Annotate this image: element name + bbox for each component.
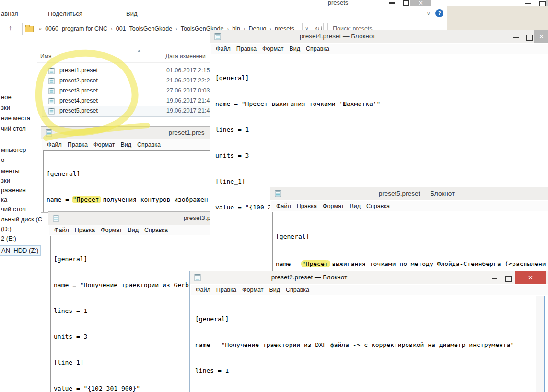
sidebar-item-favorites[interactable]: ное [1,93,12,101]
titlebar[interactable]: preset5.preset — Блокнот [270,187,548,200]
notepad-icon [194,274,201,281]
menu-file[interactable]: Файл [51,227,72,233]
sidebar-item-drive-d[interactable]: (D:) [1,225,12,232]
menu-view[interactable]: Вид [266,287,283,293]
explorer-window-title: presets [328,0,349,6]
notepad-window-preset3: preset3.p Файл Правка Формат Вид Справка… [48,211,211,392]
notepad-icon [45,129,53,137]
menu-file[interactable]: Файл [193,287,213,293]
sidebar-item-recent[interactable]: ние места [1,115,30,122]
minimize-icon[interactable] [513,37,519,38]
menu-file[interactable]: Файл [273,203,294,209]
sidebar-item-desktop[interactable]: чий стол [1,125,26,132]
background-window [447,0,548,30]
sidebar-item-pictures[interactable]: ражения [1,186,26,194]
text-editor[interactable]: [general] name = "Пресет получения конту… [43,150,211,213]
menu-view[interactable]: Вид [125,227,141,233]
maximize-icon[interactable] [403,0,409,6]
window-title: preset4.preset — Блокнот [300,33,375,40]
sidebar-item-drive-e[interactable]: 2 (E:) [1,235,16,242]
tab-share[interactable]: Поделиться [48,10,82,17]
menu-format[interactable]: Формат [320,203,347,209]
menu-edit[interactable]: Правка [72,227,98,233]
menu-view[interactable]: Вид [347,203,363,209]
text-editor[interactable]: [general] name = "Получение траектории и… [192,296,545,392]
menu-edit[interactable]: Правка [65,141,91,148]
titlebar[interactable]: preset2.preset — Блокнот ✕ [190,271,548,284]
menu-bar: Файл Правка Формат Вид Справка [49,225,210,235]
notepad-icon [274,190,282,197]
sidebar-item-drive-c[interactable]: льный диск (C [1,216,42,223]
column-header-name[interactable]: Имя [40,53,51,59]
sidebar-item-downloads[interactable]: зки [1,104,10,111]
menu-format[interactable]: Формат [239,287,266,293]
menu-help[interactable]: Справка [134,141,163,148]
menu-help[interactable]: Справка [363,203,393,209]
tab-home[interactable]: авная [1,10,18,17]
maximize-icon[interactable] [526,35,533,41]
sidebar-item-drive-z[interactable]: AN_HDD (Z:) [0,245,41,256]
titlebar[interactable]: preset1.pres [41,127,210,139]
window-title: preset5.preset — Блокнот [379,190,455,197]
notepad-window-preset2: preset2.preset — Блокнот ✕ Файл Правка Ф… [189,271,548,392]
sort-ascending-icon[interactable] [137,50,141,52]
text-line: [general] [47,170,211,178]
text-editor[interactable]: [general] name = "Получение траектории и… [50,236,211,392]
close-icon[interactable]: ✕ [534,30,548,43]
sidebar-item-documents[interactable]: менты [1,167,20,174]
close-icon[interactable]: ✕ [515,271,546,284]
column-divider[interactable] [155,51,155,60]
notepad-file-icon [48,107,55,115]
menu-edit[interactable]: Правка [233,46,259,52]
breadcrumb-segment[interactable]: 001_ToolsGenGkode [115,25,173,32]
text-editor[interactable]: [general] name = "Пресет выжигания точка… [272,212,548,272]
breadcrumb-segment[interactable]: 0060_program for CNC [44,25,108,32]
scrollbar[interactable]: ∧ [536,296,544,392]
menu-format[interactable]: Формат [91,141,117,148]
menu-edit[interactable]: Правка [213,287,239,293]
menu-help[interactable]: Справка [141,227,171,233]
maximize-icon[interactable] [505,276,512,282]
column-header-date[interactable]: Дата изменени [165,53,206,59]
tab-view[interactable]: Вид [126,10,138,17]
sidebar-item-desktop-pc[interactable]: чий стол [1,206,26,213]
background-window-titlebar [447,0,548,6]
file-name: preset4.preset [59,97,98,104]
menu-view[interactable]: Вид [286,46,303,52]
menu-edit[interactable]: Правка [294,203,320,209]
window-title: preset2.preset — Блокнот [271,274,347,281]
menu-help[interactable]: Справка [283,287,312,293]
text-line: name = "Получение траектории из Gerber ф [54,281,211,289]
minimize-icon[interactable] [525,3,531,4]
chevron-down-icon[interactable]: ∨ [427,11,430,16]
explorer-sidebar: ное зки ние места чий стол мпьютер о мен… [0,38,37,392]
menu-format[interactable]: Формат [98,227,125,233]
menu-view[interactable]: Вид [117,141,134,148]
up-arrow-icon[interactable]: ↑ [9,24,12,32]
file-name: preset2.preset [59,77,98,84]
text-line: lines = 1 [195,367,544,375]
minimize-icon[interactable] [389,2,395,4]
menu-file[interactable]: Файл [213,46,233,52]
close-button-sliver[interactable] [546,0,548,6]
sidebar-item-music[interactable]: ка [1,196,7,203]
window-title: preset1.pres [168,129,204,136]
help-icon[interactable]: ? [435,9,443,17]
titlebar[interactable]: preset3.p [48,212,210,225]
file-date: 01.06.2017 2:15 [166,67,210,74]
titlebar[interactable]: preset4.preset — Блокнот ✕ [210,30,548,43]
menu-file[interactable]: Файл [44,141,65,148]
explorer-ribbon: авная Поделиться Вид ∨ ? [0,7,447,21]
explorer-titlebar[interactable]: presets ✕ [0,0,447,7]
sidebar-item-videos[interactable]: о [1,156,4,163]
text-line: [general] [54,255,211,264]
menu-bar: Файл Правка Формат Вид Справка [211,44,548,54]
sidebar-item-computer[interactable]: мпьютер [1,146,26,153]
sidebar-item-downloads-pc[interactable]: зки [1,177,10,184]
menu-help[interactable]: Справка [303,46,332,52]
menu-format[interactable]: Формат [259,46,286,52]
close-icon[interactable]: ✕ [410,0,431,6]
text-line: lines = 1 [54,307,211,315]
minimize-icon[interactable] [492,278,497,279]
text-line: [line_1] [54,358,211,367]
